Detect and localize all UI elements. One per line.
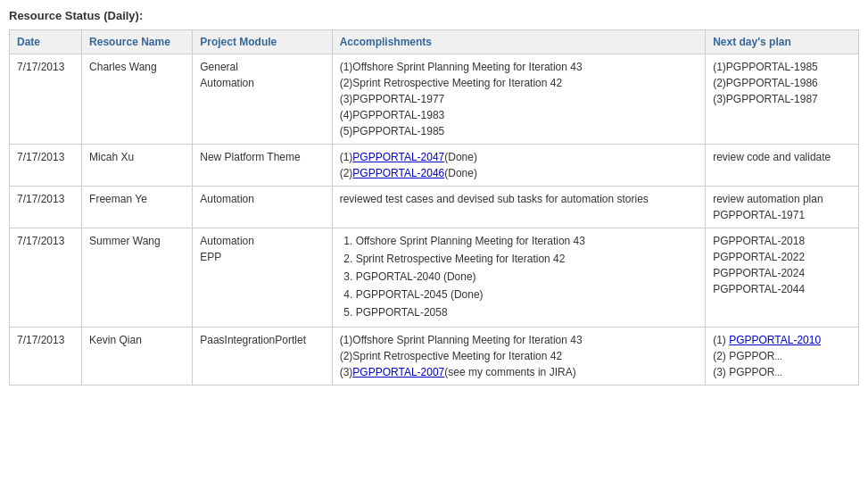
header-project-module: Project Module [193, 30, 332, 54]
cell-accomplishments: Offshore Sprint Planning Meeting for Ite… [332, 228, 706, 328]
header-resource-name: Resource Name [82, 30, 193, 54]
cell-accomplishments: (1)Offshore Sprint Planning Meeting for … [332, 54, 706, 145]
cell-resource-name: Charles Wang [82, 54, 193, 145]
cell-next-day-plan: (1)PGPPORTAL-1985 (2)PGPPORTAL-1986 (3)P… [706, 54, 859, 145]
cell-project-module: Automation [193, 187, 332, 228]
resource-status-table: Date Resource Name Project Module Accomp… [9, 29, 859, 386]
cell-next-day-plan: review automation plan PGPPORTAL-1971 [706, 187, 859, 228]
table-row: 7/17/2013 Freeman Ye Automation reviewed… [10, 187, 859, 228]
cell-resource-name: Summer Wang [82, 228, 193, 328]
cell-resource-name: Freeman Ye [82, 187, 193, 228]
cell-date: 7/17/2013 [10, 187, 82, 228]
cell-date: 7/17/2013 [10, 328, 82, 386]
cell-resource-name: Kevin Qian [82, 328, 193, 386]
link-pgpportal-2046[interactable]: PGPPORTAL-2046 [352, 167, 444, 179]
cell-project-module: PaasIntegrationPortlet [193, 328, 332, 386]
header-next-day-plan: Next day's plan [706, 30, 859, 54]
header-accomplishments: Accomplishments [332, 30, 706, 54]
table-header-row: Date Resource Name Project Module Accomp… [10, 30, 859, 54]
cell-date: 7/17/2013 [10, 54, 82, 145]
table-row: 7/17/2013 Summer Wang Automation EPP Off… [10, 228, 859, 328]
header-date: Date [10, 30, 82, 54]
table-row: 7/17/2013 Kevin Qian PaasIntegrationPort… [10, 328, 859, 386]
link-pgpportal-2007[interactable]: PGPPORTAL-2007 [352, 366, 444, 378]
cell-next-day-plan: PGPPORTAL-2018 PGPPORTAL-2022 PGPPORTAL-… [706, 228, 859, 328]
cell-project-module: New Platform Theme [193, 145, 332, 187]
cell-date: 7/17/2013 [10, 145, 82, 187]
cell-next-day-plan: review code and validate [706, 145, 859, 187]
cell-next-day-plan: (1) PGPPORTAL-2010 (2) PGPPOR... (3) PGP… [706, 328, 859, 386]
cell-project-module: Automation EPP [193, 228, 332, 328]
table-row: 7/17/2013 Charles Wang General Automatio… [10, 54, 859, 145]
cell-date: 7/17/2013 [10, 228, 82, 328]
cell-resource-name: Micah Xu [82, 145, 193, 187]
link-pgpportal-2047[interactable]: PGPPORTAL-2047 [352, 151, 444, 163]
cell-project-module: General Automation [193, 54, 332, 145]
table-row: 7/17/2013 Micah Xu New Platform Theme (1… [10, 145, 859, 187]
link-pgpportal-2010[interactable]: PGPPORTAL-2010 [729, 334, 821, 346]
cell-accomplishments: (1)Offshore Sprint Planning Meeting for … [332, 328, 706, 386]
cell-accomplishments: (1)PGPPORTAL-2047(Done) (2)PGPPORTAL-204… [332, 145, 706, 187]
cell-accomplishments: reviewed test cases and devised sub task… [332, 187, 706, 228]
page-title: Resource Status (Daily): [9, 9, 859, 22]
